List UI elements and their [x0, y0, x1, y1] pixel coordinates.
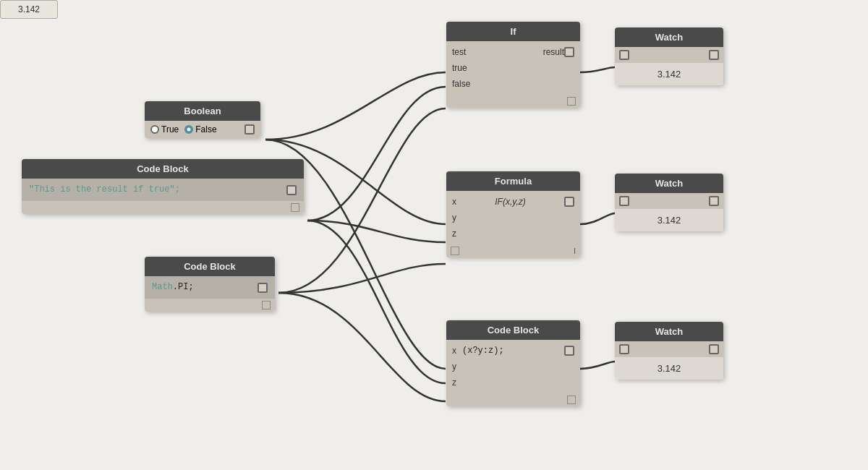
codeblock1-body[interactable]: "This is the result if true"; — [22, 179, 304, 201]
codeblock1-output-port[interactable] — [286, 185, 297, 195]
formula-info: I — [574, 247, 576, 255]
watch1-node: Watch 3.142 — [615, 27, 723, 85]
output-value-box: 3.142 — [0, 0, 58, 19]
true-label: True — [161, 124, 179, 134]
if-footer — [446, 95, 580, 108]
watch3-value: 3.142 — [615, 357, 723, 380]
codeblock2-square — [262, 301, 271, 309]
watch1-input-port[interactable] — [619, 50, 629, 60]
codeblock2-footer — [145, 299, 275, 312]
codeblock3-body: x (x?y:z); y z — [446, 340, 580, 393]
if-true-row: true — [446, 60, 580, 76]
formula-title: Formula — [495, 176, 532, 187]
codeblock3-y-row: y — [446, 359, 580, 375]
formula-body: x IF(x,y,z) y z — [446, 191, 580, 244]
formula-expression: IF(x,y,z) — [456, 197, 564, 207]
codeblock1-code: "This is the result if true"; — [29, 183, 180, 197]
boolean-node-header: Boolean — [145, 101, 260, 121]
if-node-header: If — [446, 22, 580, 41]
boolean-node: Boolean True False — [145, 101, 260, 138]
codeblock1-node: Code Block "This is the result if true"; — [22, 159, 304, 214]
codeblock3-footer — [446, 393, 580, 406]
formula-z-label: z — [452, 228, 456, 239]
codeblock3-title: Code Block — [488, 325, 540, 336]
codeblock1-footer — [22, 201, 304, 214]
true-radio[interactable] — [150, 125, 159, 134]
if-false-label: false — [452, 79, 574, 89]
formula-node-header: Formula — [446, 171, 580, 191]
boolean-output-port[interactable] — [244, 124, 255, 134]
watch2-output-port[interactable] — [709, 196, 719, 206]
codeblock3-square — [567, 396, 576, 404]
watch2-node: Watch 3.142 — [615, 174, 723, 231]
formula-square — [451, 247, 459, 255]
codeblock2-node: Code Block Math.PI; — [145, 257, 275, 312]
codeblock2-code: Math — [152, 281, 173, 294]
codeblock3-result-port[interactable] — [564, 346, 574, 356]
if-body: test result true false — [446, 41, 580, 95]
watch2-input-port[interactable] — [619, 196, 629, 206]
codeblock3-z-label: z — [452, 377, 456, 388]
watch1-header: Watch — [615, 27, 723, 47]
codeblock2-header: Code Block — [145, 257, 275, 276]
watch3-title: Watch — [655, 326, 684, 337]
watch1-value: 3.142 — [615, 63, 723, 85]
watch2-port-row — [615, 193, 723, 209]
codeblock1-header: Code Block — [22, 159, 304, 179]
if-square — [567, 97, 576, 106]
if-node: If test result true false — [446, 22, 580, 108]
watch3-output-port[interactable] — [709, 344, 719, 354]
if-test-label: test — [452, 47, 509, 57]
codeblock3-x-row: x (x?y:z); — [446, 343, 580, 359]
true-option[interactable]: True — [150, 124, 179, 134]
formula-footer: I — [446, 244, 580, 257]
codeblock1-title: Code Block — [137, 163, 189, 174]
watch2-title: Watch — [655, 178, 684, 189]
formula-result-port[interactable] — [564, 197, 574, 207]
if-title: If — [511, 26, 516, 37]
formula-y-row: y — [446, 210, 580, 226]
watch3-node: Watch 3.142 — [615, 322, 723, 380]
codeblock3-y-label: y — [452, 362, 456, 372]
formula-y-label: y — [452, 213, 456, 223]
if-result-port[interactable] — [564, 47, 574, 57]
false-label: False — [195, 124, 216, 134]
watch2-value: 3.142 — [615, 209, 723, 231]
codeblock3-code: (x?y:z); — [462, 346, 504, 356]
watch1-title: Watch — [655, 32, 684, 43]
watch3-port-row — [615, 341, 723, 357]
watch1-port-row — [615, 47, 723, 63]
watch2-header: Watch — [615, 174, 723, 193]
false-option[interactable]: False — [184, 124, 216, 134]
if-false-row: false — [446, 76, 580, 92]
codeblock3-node: Code Block x (x?y:z); y z — [446, 320, 580, 406]
formula-x-row: x IF(x,y,z) — [446, 194, 580, 210]
watch3-header: Watch — [615, 322, 723, 341]
output-value: 3.142 — [18, 4, 40, 14]
watch1-output-port[interactable] — [709, 50, 719, 60]
false-radio[interactable] — [184, 125, 193, 134]
codeblock2-output-port[interactable] — [258, 283, 268, 293]
boolean-title: Boolean — [184, 106, 221, 116]
codeblock3-z-row: z — [446, 375, 580, 390]
formula-z-row: z — [446, 226, 580, 242]
codeblock3-x-label: x — [452, 346, 456, 356]
if-test-row: test result — [446, 44, 580, 60]
if-true-label: true — [452, 63, 574, 73]
codeblock3-header: Code Block — [446, 320, 580, 340]
watch3-input-port[interactable] — [619, 344, 629, 354]
codeblock2-body[interactable]: Math.PI; — [145, 276, 275, 299]
codeblock2-title: Code Block — [184, 261, 236, 272]
boolean-options[interactable]: True False — [145, 121, 260, 138]
if-result-label: result — [509, 47, 565, 57]
formula-node: Formula x IF(x,y,z) y z I — [446, 171, 580, 257]
codeblock1-square — [291, 203, 299, 212]
